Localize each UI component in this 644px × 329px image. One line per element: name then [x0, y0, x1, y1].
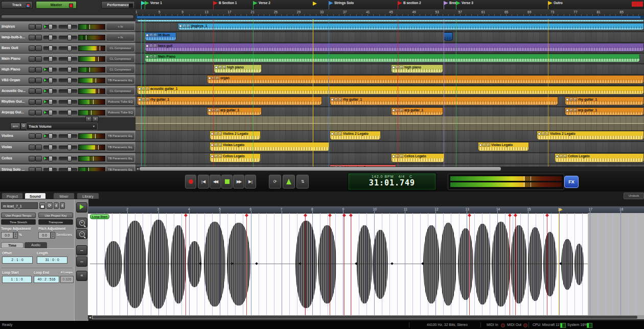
loop-range-thumb[interactable]: [137, 16, 640, 18]
marker-flag[interactable]: [145, 1, 149, 5]
length-field[interactable]: 31 : 0 : 0: [37, 256, 67, 264]
pan-handle[interactable]: [49, 156, 53, 161]
clip-link-icon[interactable]: ⟲: [222, 65, 226, 69]
clip-dot-icon[interactable]: [146, 44, 149, 48]
track-row[interactable]: String Solo ...TB Parametric Eq.: [0, 165, 135, 171]
transpose-button[interactable]: Transpose: [38, 219, 73, 225]
clip-link-icon[interactable]: ⟲: [153, 33, 157, 37]
volume-handle[interactable]: [67, 133, 72, 139]
track-row[interactable]: ViolinsTB Parametric Eq.: [0, 131, 135, 142]
warp-marker-line[interactable]: [469, 213, 470, 315]
volume-handle[interactable]: [67, 99, 72, 105]
track-row[interactable]: Bass GuitCL Compressor: [0, 43, 135, 54]
pan-handle[interactable]: [49, 24, 53, 30]
pan-handle[interactable]: [49, 110, 53, 115]
num-loops-field[interactable]: 0.326: [60, 276, 74, 283]
clip-loop-icon[interactable]: ⟳: [559, 154, 563, 158]
loop-end-field[interactable]: 40 : 2 : 516: [34, 276, 59, 283]
volume-slider[interactable]: [58, 57, 78, 61]
pan-slider[interactable]: [43, 110, 57, 115]
clip-dot-icon[interactable]: [331, 98, 334, 101]
anchor-node-icon[interactable]: [255, 262, 258, 265]
warp-marker-handle[interactable]: [245, 214, 248, 217]
solo-button[interactable]: [35, 88, 42, 94]
pan-slider[interactable]: [43, 145, 57, 150]
clip-dot-icon[interactable]: [331, 132, 334, 135]
clip[interactable]: ⟳⟲Cellos Legato: [210, 153, 261, 162]
use-project-key-button[interactable]: Use Project Key: [38, 213, 73, 218]
metronome-button[interactable]: [283, 175, 295, 189]
pan-handle[interactable]: [49, 167, 53, 171]
tempo-adjustment-field[interactable]: 0.0: [1, 232, 13, 239]
volume-slider[interactable]: [58, 110, 78, 115]
clip-dot-icon[interactable]: [208, 109, 211, 112]
pan-handle[interactable]: [49, 45, 53, 51]
mute-button[interactable]: [29, 110, 35, 115]
clip-link-icon[interactable]: ⟲: [400, 65, 403, 69]
tab-project[interactable]: Project: [2, 193, 23, 199]
clip-loop-icon[interactable]: ⟳: [569, 98, 573, 101]
mute-button[interactable]: [29, 133, 35, 139]
timeline-hscroll-thumb[interactable]: [140, 167, 501, 171]
go-to-start-button[interactable]: |◀: [198, 175, 209, 189]
playhead-flag[interactable]: [313, 2, 317, 6]
volume-handle[interactable]: [67, 45, 72, 51]
clip-link-icon[interactable]: ⟲: [218, 143, 222, 147]
clip-link-icon[interactable]: ⟲: [216, 76, 219, 80]
warp-marker-handle[interactable]: [468, 214, 471, 217]
volume-slider[interactable]: [58, 67, 78, 72]
save-icon[interactable]: [39, 202, 45, 209]
pan-slider[interactable]: [43, 156, 57, 161]
track-fx-button[interactable]: TB Parametric Eq.: [106, 132, 135, 140]
volume-slider[interactable]: [58, 89, 78, 93]
warp-marker-handle[interactable]: [514, 214, 517, 217]
solo-button[interactable]: [35, 110, 42, 115]
track-row[interactable]: Rhythm Gui...Pultronic Tube EQ: [0, 97, 135, 107]
solo-button[interactable]: [35, 133, 42, 139]
marker-bar[interactable]: Verse 1B Section 1Verse 2Strings SoloB s…: [135, 0, 644, 9]
tab-mixer[interactable]: Mixer: [53, 193, 75, 199]
zoom-in-button[interactable]: +: [76, 218, 87, 228]
stretch-horizontal-button[interactable]: ↔: [76, 256, 87, 267]
volume-slider[interactable]: [58, 35, 78, 40]
use-project-tempo-button[interactable]: Use Project Tempo: [1, 213, 36, 218]
mute-button[interactable]: [29, 56, 35, 62]
clip[interactable]: ⟳⟲Cellos Legato: [391, 153, 445, 162]
track-fx-button[interactable]: Pultronic Tube EQ: [106, 109, 135, 116]
beats-denominator-button[interactable]: 4: [60, 202, 65, 209]
clip-link-icon[interactable]: ⟲: [400, 154, 403, 158]
clip-link-icon[interactable]: ⟲: [153, 55, 157, 58]
pan-slider[interactable]: [43, 89, 57, 93]
clip-link-icon[interactable]: ⟲: [573, 98, 577, 101]
scroll-left-icon[interactable]: ◀: [135, 167, 140, 171]
beats-numerator-button[interactable]: 4: [54, 202, 59, 209]
tab-library[interactable]: Library: [77, 193, 99, 199]
solo-button[interactable]: [35, 24, 42, 30]
clip-loop-icon[interactable]: ⟳: [218, 65, 222, 69]
clip-dot-icon[interactable]: [211, 144, 214, 147]
pan-handle[interactable]: [49, 78, 53, 83]
track-fx-button[interactable]: TB Parametric Eq.: [106, 144, 135, 151]
mute-button[interactable]: [29, 67, 35, 73]
volume-handle[interactable]: [67, 24, 72, 30]
time-stretch-button[interactable]: Time Stretch: [1, 219, 36, 225]
track-row[interactable]: Acoustic Gu...CL Compressor: [0, 86, 135, 97]
volume-handle[interactable]: [67, 78, 72, 83]
clip[interactable]: ⟳⟲arp guitar_1: [207, 107, 262, 115]
pan-handle[interactable]: [49, 35, 53, 40]
clip-dot-icon[interactable]: [146, 34, 149, 37]
clip[interactable]: ⟳⟲arp guitar_1: [391, 107, 443, 115]
clip-link-icon[interactable]: ⟲: [146, 98, 149, 101]
pan-slider[interactable]: [43, 46, 57, 51]
solo-button[interactable]: [35, 156, 42, 161]
pan-slider[interactable]: [43, 134, 57, 138]
track-row[interactable]: Arpegg Gui...Pultronic Tube EQ: [0, 107, 135, 118]
clip-dot-icon[interactable]: [215, 66, 218, 69]
pan-slider[interactable]: [43, 168, 57, 171]
track-fx-button[interactable]: CL Compressor: [106, 66, 135, 74]
wave-hscroll-thumb[interactable]: [93, 316, 637, 319]
clip[interactable]: ⟳⟲Cellos Legato: [555, 153, 644, 162]
clip-dot-icon[interactable]: [138, 87, 141, 90]
volume-handle[interactable]: [67, 35, 72, 40]
track-row[interactable]: VB3 OrganTB Parametric Eq.: [0, 75, 135, 86]
